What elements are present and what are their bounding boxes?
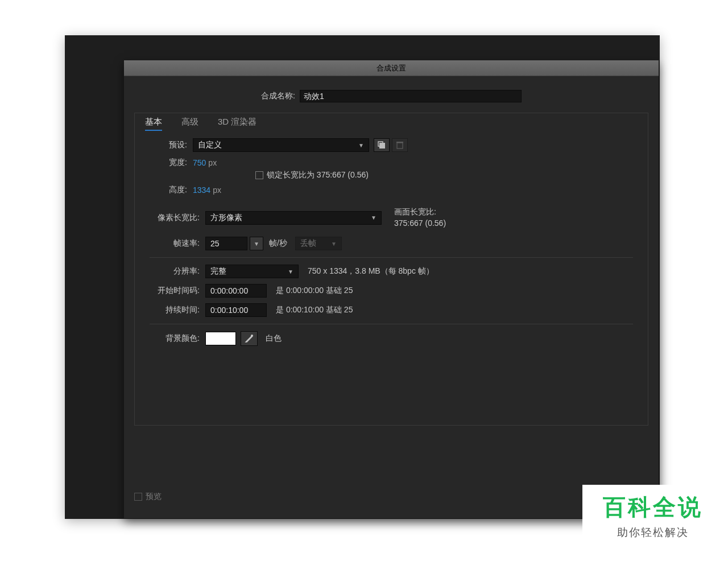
bg-color-swatch[interactable] bbox=[205, 332, 236, 345]
width-unit: px bbox=[208, 158, 217, 167]
preset-label: 预设: bbox=[159, 140, 193, 150]
chevron-down-icon: ▼ bbox=[254, 241, 259, 247]
chevron-down-icon: ▼ bbox=[358, 142, 364, 149]
tab-panel: 基本 高级 3D 渲染器 预设: 自定义 ▼ bbox=[134, 113, 648, 426]
resolution-value: 完整 bbox=[210, 266, 226, 277]
svg-rect-2 bbox=[397, 143, 403, 149]
eyedropper-button[interactable] bbox=[241, 331, 258, 346]
watermark-title: 百科全说 bbox=[603, 492, 703, 523]
resolution-label: 分辨率: bbox=[150, 266, 205, 277]
preset-select[interactable]: 自定义 ▼ bbox=[193, 138, 369, 152]
eyedropper-icon bbox=[245, 334, 254, 343]
composition-settings-dialog: 合成设置 合成名称: 动效1 基本 高级 3D 渲染器 预设: 自定义 bbox=[124, 60, 659, 518]
lock-aspect-label: 锁定长宽比为 375:667 (0.56) bbox=[267, 170, 369, 180]
start-timecode-label: 开始时间码: bbox=[150, 286, 205, 296]
start-timecode-input[interactable]: 0:00:00:00 bbox=[205, 284, 267, 298]
duration-info: 是 0:00:10:00 基础 25 bbox=[276, 305, 353, 315]
divider bbox=[150, 324, 633, 324]
height-input[interactable]: 1334 bbox=[193, 185, 210, 195]
delete-preset-button bbox=[392, 138, 408, 152]
comp-name-label: 合成名称: bbox=[261, 91, 295, 101]
duration-label: 持续时间: bbox=[150, 305, 205, 315]
tab-advanced[interactable]: 高级 bbox=[181, 117, 198, 131]
save-preset-icon bbox=[378, 141, 386, 149]
tab-basic[interactable]: 基本 bbox=[145, 117, 162, 131]
start-timecode-info: 是 0:00:00:00 基础 25 bbox=[276, 286, 353, 296]
preview-label: 预览 bbox=[146, 492, 162, 502]
frame-aspect-value: 375:667 (0.56) bbox=[394, 218, 446, 229]
svg-rect-3 bbox=[396, 142, 403, 143]
resolution-select[interactable]: 完整 ▼ bbox=[205, 265, 299, 278]
dialog-footer: 预览 取消 bbox=[124, 484, 659, 518]
trash-icon bbox=[396, 141, 403, 149]
dialog-title: 合成设置 bbox=[377, 63, 406, 73]
frame-rate-value: 25 bbox=[210, 239, 220, 248]
frame-rate-unit: 帧/秒 bbox=[269, 238, 287, 249]
bg-color-label: 背景颜色: bbox=[150, 333, 205, 344]
tab-3d-renderer[interactable]: 3D 渲染器 bbox=[218, 117, 257, 131]
width-input[interactable]: 750 bbox=[193, 158, 206, 167]
comp-name-input[interactable]: 动效1 bbox=[300, 90, 522, 102]
pixel-aspect-value: 方形像素 bbox=[210, 213, 242, 223]
dropframe-select: 丢帧 ▼ bbox=[295, 237, 342, 250]
frame-rate-dropdown[interactable]: ▼ bbox=[250, 237, 263, 250]
app-background: 合成设置 合成名称: 动效1 基本 高级 3D 渲染器 预设: 自定义 bbox=[65, 35, 660, 519]
svg-point-4 bbox=[251, 335, 253, 337]
resolution-info: 750 x 1334，3.8 MB（每 8bpc 帧） bbox=[308, 266, 434, 277]
save-preset-button[interactable] bbox=[374, 138, 390, 152]
dialog-titlebar[interactable]: 合成设置 bbox=[124, 60, 659, 76]
preset-value: 自定义 bbox=[198, 140, 222, 150]
watermark-subtitle: 助你轻松解决 bbox=[603, 525, 703, 540]
lock-aspect-checkbox[interactable] bbox=[255, 171, 263, 179]
chevron-down-icon: ▼ bbox=[288, 269, 293, 275]
chevron-down-icon: ▼ bbox=[371, 215, 377, 221]
frame-rate-input[interactable]: 25 bbox=[205, 237, 247, 250]
pixel-aspect-label: 像素长宽比: bbox=[150, 213, 205, 223]
pixel-aspect-select[interactable]: 方形像素 ▼ bbox=[205, 211, 382, 225]
bg-color-name: 白色 bbox=[266, 333, 282, 344]
width-label: 宽度: bbox=[159, 158, 193, 168]
duration-input[interactable]: 0:00:10:00 bbox=[205, 303, 267, 317]
divider bbox=[150, 257, 633, 258]
frame-aspect-label: 画面长宽比: bbox=[394, 207, 446, 218]
chevron-down-icon: ▼ bbox=[331, 241, 337, 247]
height-label: 高度: bbox=[159, 185, 193, 195]
dropframe-value: 丢帧 bbox=[300, 238, 316, 249]
frame-rate-label: 帧速率: bbox=[150, 238, 205, 249]
svg-rect-0 bbox=[379, 143, 385, 149]
preview-checkbox[interactable] bbox=[134, 493, 142, 501]
watermark-overlay: 百科全说 助你轻松解决 bbox=[582, 485, 723, 546]
height-unit: px bbox=[213, 185, 221, 195]
